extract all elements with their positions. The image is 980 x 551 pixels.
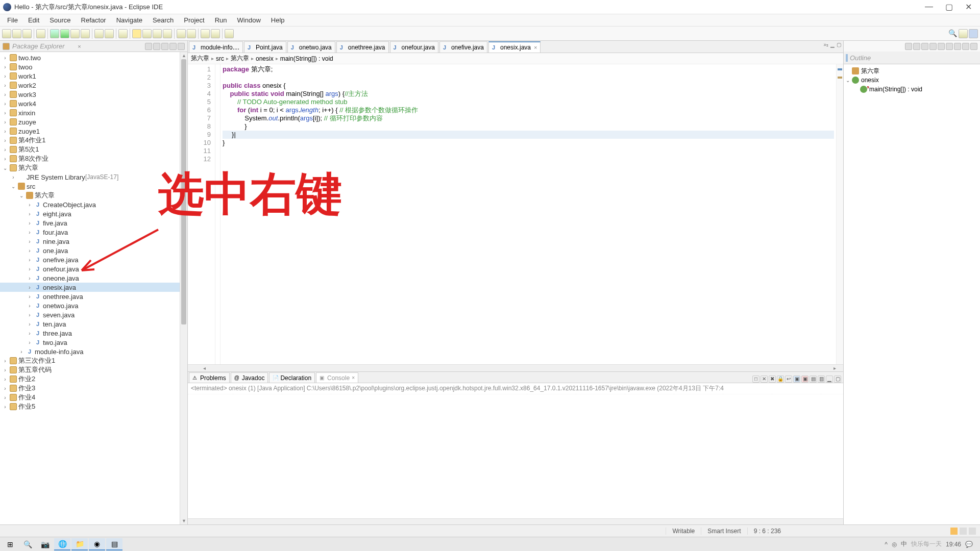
tree-item[interactable]: ›two.two xyxy=(0,53,180,62)
minimize-button[interactable]: — xyxy=(925,2,933,12)
close-view-icon[interactable]: × xyxy=(78,43,81,49)
debug-button[interactable] xyxy=(50,29,59,38)
tree-item[interactable]: ›zuoye1 xyxy=(0,127,180,136)
tree-item[interactable]: ›Jnine.java xyxy=(0,237,180,246)
tree-item[interactable]: ⌄src xyxy=(0,182,180,191)
outline-tab[interactable]: Outline xyxy=(846,54,978,62)
tree-item[interactable]: ›Jthree.java xyxy=(0,329,180,338)
view-menu-button[interactable] xyxy=(161,43,168,50)
coverage-button[interactable] xyxy=(70,29,80,38)
tree-item[interactable]: ›作业4 xyxy=(0,393,180,402)
menu-refactor[interactable]: Refactor xyxy=(76,15,111,25)
bottom-tab-console[interactable]: ▣Console × xyxy=(316,372,358,383)
tree-item[interactable]: ›Jfour.java xyxy=(0,228,180,237)
taskbar-camera-icon[interactable]: 📷 xyxy=(37,538,53,550)
tree-item[interactable]: ›work1 xyxy=(0,71,180,81)
console-open-button[interactable]: ▤ xyxy=(810,375,817,383)
outline-min-button[interactable] xyxy=(962,43,969,50)
tree-item[interactable]: ›Jtwo.java xyxy=(0,338,180,347)
maximize-button[interactable]: ▢ xyxy=(945,2,953,12)
outline-item[interactable]: 第六章 xyxy=(846,66,978,76)
java-perspective-button[interactable] xyxy=(969,29,978,38)
hscroll-left-icon[interactable]: ◂ xyxy=(203,365,206,371)
code-editor[interactable]: 123456789101112 package 第六章;public class… xyxy=(188,64,843,364)
tree-item[interactable]: ›Jeight.java xyxy=(0,209,180,218)
minimize-view-button[interactable] xyxy=(169,43,177,50)
tree-item[interactable]: ›第五章代码 xyxy=(0,365,180,374)
tree-item[interactable]: ›Jseven.java xyxy=(0,310,180,319)
tray-notification-icon[interactable]: 💬 xyxy=(965,541,973,548)
tree-item[interactable]: ›zuoye xyxy=(0,117,180,127)
tree-item[interactable]: ›第4作业1 xyxy=(0,136,180,145)
console-show-err-button[interactable]: ▣ xyxy=(801,375,808,383)
back-button[interactable] xyxy=(201,29,210,38)
console-pin-button[interactable]: □ xyxy=(752,375,760,383)
outline-hide-fields-button[interactable] xyxy=(913,43,920,50)
search-button[interactable] xyxy=(118,29,128,38)
tree-item[interactable]: ⌄第六章 xyxy=(0,191,180,200)
status-tip-icon[interactable] xyxy=(950,528,958,535)
forward-button[interactable] xyxy=(211,29,220,38)
breadcrumb-item[interactable]: 第六章 xyxy=(231,54,249,63)
tree-item[interactable]: ›Joneone.java xyxy=(0,273,180,283)
new-button[interactable] xyxy=(2,29,11,38)
tree-item[interactable]: ›作业3 xyxy=(0,384,180,393)
package-tree[interactable]: ›two.two›twoo›work1›work2›work3›work4›xi… xyxy=(0,52,180,524)
toggle-block-button[interactable] xyxy=(153,29,162,38)
tray-expand-icon[interactable]: ^ xyxy=(885,541,888,548)
bottom-tab-declaration[interactable]: 📄Declaration xyxy=(269,372,315,383)
status-overview-icon[interactable] xyxy=(969,528,976,535)
menu-help[interactable]: Help xyxy=(266,15,290,25)
run-button[interactable] xyxy=(60,29,69,38)
new-class-button[interactable] xyxy=(105,29,114,38)
tree-item[interactable]: ›第三次作业1 xyxy=(0,356,180,365)
edit-button[interactable] xyxy=(142,29,152,38)
menu-run[interactable]: Run xyxy=(210,15,232,25)
console-clear-button[interactable]: ✕ xyxy=(761,375,768,383)
fold-column[interactable] xyxy=(215,64,220,364)
tree-item[interactable]: ›第5次1 xyxy=(0,145,180,154)
editor-tab[interactable]: Jonethree.java xyxy=(336,41,389,53)
bottom-tab-problems[interactable]: ⚠Problems xyxy=(189,372,230,383)
tree-item[interactable]: ›Jonethree.java xyxy=(0,292,180,301)
outline-item[interactable]: ⌄onesix xyxy=(846,76,978,85)
tree-item[interactable]: ›作业5 xyxy=(0,402,180,411)
package-explorer-tab[interactable]: Package Explorer xyxy=(10,42,76,50)
close-button[interactable]: ✕ xyxy=(965,2,972,12)
tree-item[interactable]: ›Jten.java xyxy=(0,319,180,329)
tree-item[interactable]: ›xinxin xyxy=(0,108,180,117)
tree-item[interactable]: ›Jmodule-info.java xyxy=(0,347,180,356)
outline-sort-button[interactable] xyxy=(905,43,912,50)
outline-hide-nonpublic-button[interactable] xyxy=(929,43,937,50)
outline-hide-local-button[interactable] xyxy=(938,43,945,50)
tree-item[interactable]: ›Jone.java xyxy=(0,246,180,255)
tree-item[interactable]: ›work2 xyxy=(0,81,180,90)
open-perspective-button[interactable] xyxy=(959,29,968,38)
taskbar-browser-icon[interactable]: 🌐 xyxy=(54,538,70,550)
show-list-icon[interactable]: »₂ xyxy=(823,42,828,47)
save-all-button[interactable] xyxy=(22,29,32,38)
status-updates-icon[interactable] xyxy=(960,528,967,535)
explorer-scrollbar[interactable]: ▲ ▼ xyxy=(180,52,187,524)
breadcrumb-item[interactable]: onesix xyxy=(256,55,274,62)
toggle-mark-button[interactable] xyxy=(132,29,141,38)
taskbar-eclipse-icon[interactable]: ◉ xyxy=(89,538,105,550)
outline-hide-static-button[interactable] xyxy=(921,43,928,50)
hscroll-right-icon[interactable]: ▸ xyxy=(834,365,836,371)
tree-item[interactable]: ›Jonetwo.java xyxy=(0,301,180,310)
menu-project[interactable]: Project xyxy=(179,15,209,25)
menu-search[interactable]: Search xyxy=(148,15,179,25)
collapse-all-button[interactable] xyxy=(145,43,152,50)
minimize-editor-icon[interactable]: ▁ xyxy=(830,42,835,47)
breadcrumb[interactable]: 第六章▸src▸第六章▸onesix▸main(String[]) : void xyxy=(188,53,843,64)
console-output[interactable] xyxy=(188,394,843,518)
open-type-button[interactable] xyxy=(36,29,45,38)
tree-item[interactable]: ›JCreateObject.java xyxy=(0,200,180,209)
tree-item[interactable]: ›Jonesix.java xyxy=(0,283,180,292)
outline-menu-button[interactable] xyxy=(954,43,961,50)
console-max-button[interactable]: ▢ xyxy=(834,375,841,383)
tree-item[interactable]: ›work4 xyxy=(0,99,180,108)
overview-ruler[interactable] xyxy=(836,64,843,364)
tree-item[interactable]: ›work3 xyxy=(0,90,180,99)
menu-window[interactable]: Window xyxy=(232,15,266,25)
